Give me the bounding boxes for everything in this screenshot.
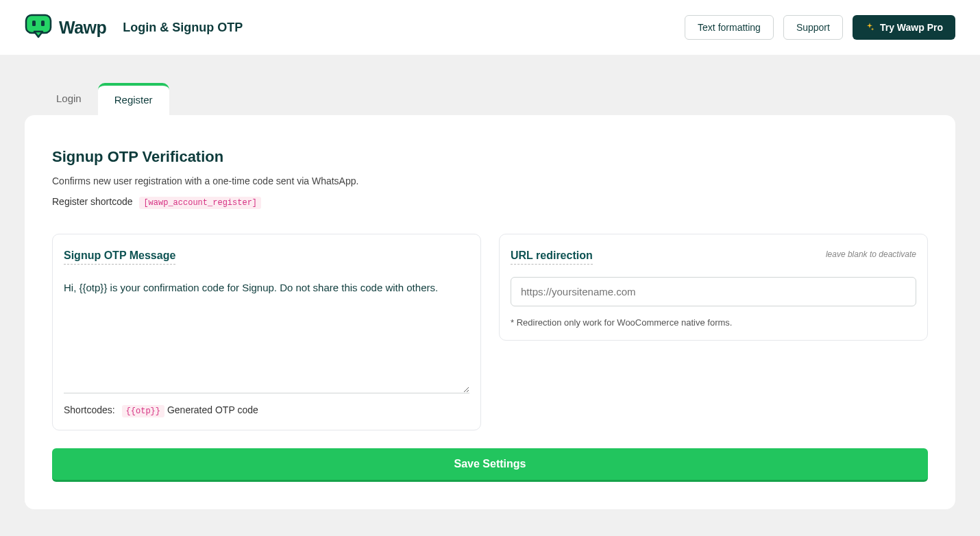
content-card: Signup OTP Verification Confirms new use… xyxy=(25,115,955,509)
save-settings-button[interactable]: Save Settings xyxy=(52,448,928,482)
panels-row: Signup OTP Message Shortcodes: {{otp}} G… xyxy=(52,234,928,430)
url-panel-title: URL redirection xyxy=(511,249,593,265)
signup-message-panel: Signup OTP Message Shortcodes: {{otp}} G… xyxy=(52,234,481,430)
svg-rect-3 xyxy=(41,21,45,26)
tabs: Login Register xyxy=(40,83,955,115)
tab-login[interactable]: Login xyxy=(40,83,98,115)
register-shortcode-line: Register shortcode [wawp_account_registe… xyxy=(52,196,928,209)
shortcode-description: Generated OTP code xyxy=(167,404,258,415)
header-actions: Text formatting Support Try Wawp Pro xyxy=(685,15,955,40)
sparkle-icon xyxy=(865,22,874,34)
svg-rect-0 xyxy=(26,15,51,33)
header: Wawp Login & Signup OTP Text formatting … xyxy=(0,0,980,56)
url-panel-hint: leave blank to deactivate xyxy=(826,249,916,259)
section-description: Confirms new user registration with a on… xyxy=(52,175,928,186)
otp-shortcode-tag: {{otp}} xyxy=(122,405,164,417)
try-pro-button[interactable]: Try Wawp Pro xyxy=(853,15,955,40)
url-redirection-note: * Redirection only work for WooCommerce … xyxy=(511,317,916,328)
otp-message-textarea[interactable] xyxy=(64,277,469,393)
url-redirect-panel: URL redirection leave blank to deactivat… xyxy=(499,234,928,341)
support-button[interactable]: Support xyxy=(783,15,843,40)
shortcode-helper: Shortcodes: {{otp}} Generated OTP code xyxy=(64,404,469,417)
message-panel-title: Signup OTP Message xyxy=(64,249,175,265)
main-container: Login Register Signup OTP Verification C… xyxy=(0,56,980,530)
register-shortcode-label: Register shortcode xyxy=(52,196,133,207)
shortcodes-label: Shortcodes: xyxy=(64,404,115,415)
logo: Wawp xyxy=(25,14,106,41)
brand-text: Wawp xyxy=(59,18,106,38)
svg-rect-2 xyxy=(32,21,36,26)
wawp-logo-icon xyxy=(25,14,52,41)
svg-marker-1 xyxy=(34,32,42,37)
text-formatting-button[interactable]: Text formatting xyxy=(685,15,774,40)
page-title: Login & Signup OTP xyxy=(123,21,243,35)
register-shortcode-value: [wawp_account_register] xyxy=(139,197,261,209)
try-pro-label: Try Wawp Pro xyxy=(880,22,943,33)
section-title: Signup OTP Verification xyxy=(52,148,928,166)
tab-register[interactable]: Register xyxy=(98,83,169,115)
url-redirection-input[interactable] xyxy=(511,277,916,306)
